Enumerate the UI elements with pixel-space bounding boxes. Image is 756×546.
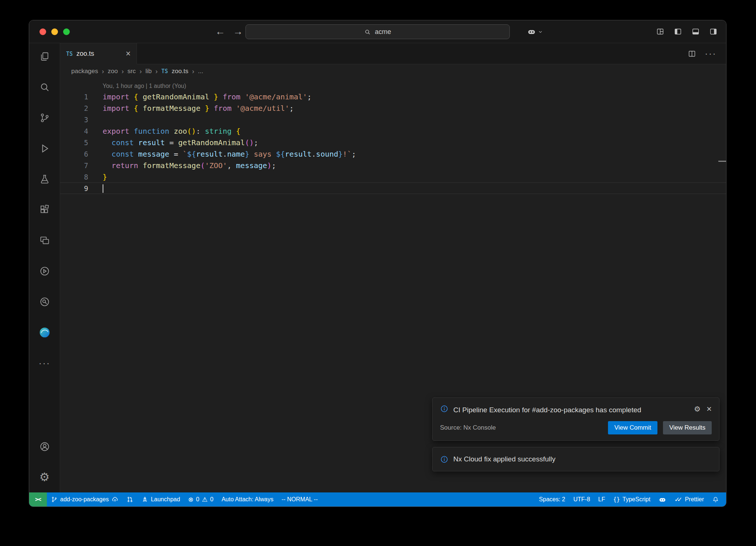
zoom-window-button[interactable] (63, 28, 70, 35)
editor-group: TS zoo.ts × ··· packages › zoo › src › (60, 43, 726, 492)
breadcrumb-item[interactable]: lib (145, 68, 152, 75)
copilot-icon (659, 496, 666, 504)
breadcrumb-item-file[interactable]: zoo.ts (172, 68, 188, 75)
remote-indicator[interactable]: >< (29, 492, 47, 506)
typescript-file-icon: TS (66, 51, 73, 57)
notification-message: CI Pipeline Execution for #add-zoo-packa… (453, 405, 653, 415)
code-line[interactable]: 3 (60, 114, 726, 125)
remote-explorer-icon[interactable] (29, 231, 60, 250)
toggle-secondary-sidebar-icon[interactable] (709, 28, 717, 35)
git-branch-item[interactable]: add-zoo-packages (47, 492, 123, 506)
view-commit-button[interactable]: View Commit (608, 421, 657, 434)
breadcrumb-item[interactable]: zoo (108, 68, 118, 75)
view-results-button[interactable]: View Results (663, 421, 712, 434)
error-count: 0 (196, 496, 199, 503)
tab-zoo-ts[interactable]: TS zoo.ts × (60, 43, 137, 64)
line-number: 9 (60, 184, 88, 192)
run-debug-icon[interactable] (29, 139, 60, 158)
extensions-icon[interactable] (29, 200, 60, 219)
indentation-item[interactable]: Spaces: 2 (535, 492, 569, 506)
notification-toast: CI Pipeline Execution for #add-zoo-packa… (432, 397, 719, 441)
customize-layout-icon[interactable] (656, 28, 664, 35)
line-number: 1 (60, 93, 88, 101)
prettier-item[interactable]: ✓✓ Prettier (670, 492, 708, 506)
close-window-button[interactable] (39, 28, 46, 35)
toggle-panel-icon[interactable] (692, 28, 700, 35)
notification-message: Nx Cloud fix applied successfully (453, 455, 556, 463)
typescript-file-icon: TS (161, 68, 168, 75)
editor-actions: ··· (688, 43, 726, 64)
warning-icon: ⚠ (202, 496, 207, 504)
nx-console-icon[interactable] (29, 262, 60, 281)
git-branch-icon (51, 496, 58, 503)
code-line[interactable]: 9 (60, 182, 726, 194)
command-center-search[interactable]: acme (245, 24, 510, 39)
auto-attach-item[interactable]: Auto Attach: Always (217, 492, 278, 506)
code-line[interactable]: 5 const result = getRandomAnimal(); (60, 137, 726, 148)
double-check-icon: ✓✓ (674, 496, 683, 504)
copilot-status-item[interactable] (654, 492, 670, 506)
debug-visualizer-icon[interactable] (29, 292, 60, 311)
source-control-icon[interactable] (29, 108, 60, 127)
split-editor-icon[interactable] (688, 50, 696, 58)
encoding-item[interactable]: UTF-8 (569, 492, 594, 506)
code-line[interactable]: 2import { formatMessage } from '@acme/ut… (60, 102, 726, 114)
breadcrumb-item[interactable]: src (127, 68, 136, 75)
search-icon (364, 28, 371, 35)
edge-tools-icon[interactable] (29, 323, 60, 342)
git-compare-item[interactable] (123, 492, 137, 506)
notification-settings-icon[interactable]: ⚙ (694, 405, 701, 413)
language-mode-item[interactable]: {} TypeScript (609, 492, 654, 506)
breadcrumb-separator: › (102, 68, 104, 75)
line-number: 4 (60, 127, 88, 135)
code-line[interactable]: 7 return formatMessage('ZOO', message); (60, 160, 726, 171)
settings-gear-icon[interactable]: ⚙ (29, 467, 60, 487)
title-bar: ← → acme (29, 20, 726, 43)
notification-source: Source: Nx Console (440, 424, 496, 431)
accounts-icon[interactable] (29, 437, 60, 456)
status-bar: >< add-zoo-packages Launchpad ⊗ 0 ⚠ (29, 492, 726, 506)
git-compare-icon (127, 496, 133, 503)
tab-close-icon[interactable]: × (126, 50, 131, 58)
forward-button[interactable]: → (233, 20, 243, 43)
main-area: ··· ⚙ TS zoo.ts × ··· (29, 43, 726, 492)
vim-mode-item[interactable]: -- NORMAL -- (278, 492, 322, 506)
explorer-icon[interactable] (29, 47, 60, 66)
code-line[interactable]: 4export function zoo(): string { (60, 125, 726, 137)
breadcrumb-separator: › (121, 68, 124, 75)
search-sidebar-icon[interactable] (29, 78, 60, 97)
breadcrumb-item[interactable]: packages (71, 68, 98, 75)
braces-icon: {} (613, 496, 620, 503)
chevron-down-icon (538, 29, 543, 34)
toggle-primary-sidebar-icon[interactable] (674, 28, 682, 35)
line-number: 8 (60, 173, 88, 181)
line-number: 3 (60, 116, 88, 124)
launchpad-item[interactable]: Launchpad (137, 492, 184, 506)
breadcrumb-item[interactable]: ... (198, 68, 203, 75)
more-activity-icon[interactable]: ··· (29, 354, 60, 373)
line-number: 2 (60, 104, 88, 112)
testing-icon[interactable] (29, 170, 60, 189)
minimize-window-button[interactable] (51, 28, 58, 35)
warning-count: 0 (210, 496, 213, 503)
eol-item[interactable]: LF (594, 492, 609, 506)
more-editor-actions-icon[interactable]: ··· (705, 48, 717, 59)
tab-bar: TS zoo.ts × ··· (60, 43, 726, 64)
branch-name: add-zoo-packages (60, 496, 109, 503)
notifications-bell-item[interactable] (708, 492, 723, 506)
line-number: 7 (60, 161, 88, 170)
back-button[interactable]: ← (215, 20, 225, 43)
notification-close-icon[interactable]: × (707, 405, 712, 413)
problems-item[interactable]: ⊗ 0 ⚠ 0 (184, 492, 217, 506)
git-blame-annotation: You, 1 hour ago | 1 author (You) (60, 81, 726, 91)
code-line[interactable]: 6 const message = `${result.name} says $… (60, 148, 726, 160)
vscode-window: ← → acme (29, 20, 726, 507)
copilot-icon (527, 27, 536, 36)
code-line[interactable]: 1import { getRandomAnimal } from '@acme/… (60, 91, 726, 102)
code-line[interactable]: 8} (60, 171, 726, 182)
breadcrumb-separator: › (140, 68, 142, 75)
info-icon (440, 405, 449, 415)
layout-controls (656, 20, 717, 43)
breadcrumb-separator: › (192, 68, 194, 75)
copilot-menu-button[interactable] (527, 20, 543, 43)
